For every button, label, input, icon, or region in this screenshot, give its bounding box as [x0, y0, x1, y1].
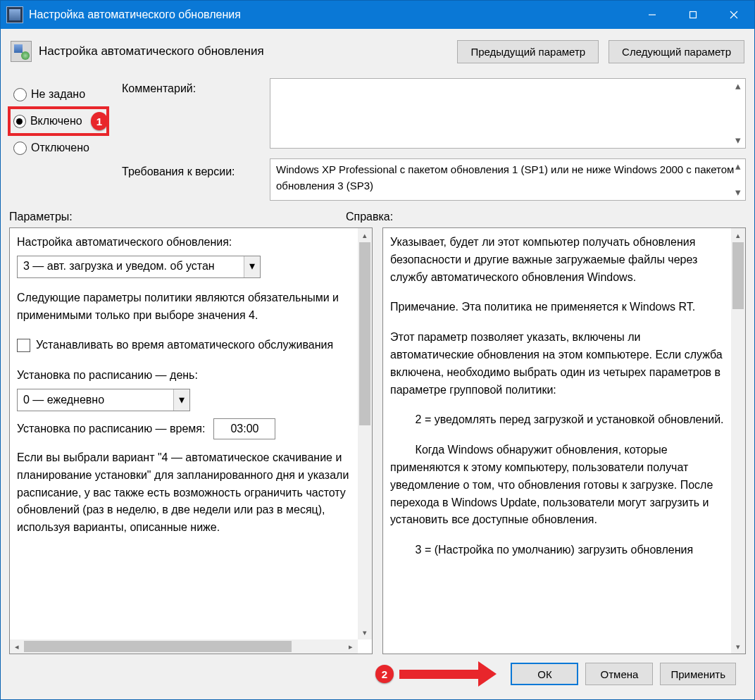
title-bar[interactable]: Настройка автоматического обновления [1, 1, 754, 29]
radio-label: Отключено [31, 142, 89, 154]
options-label: Параметры: [9, 211, 346, 223]
comment-label: Комментарий: [122, 82, 270, 95]
ok-button[interactable]: ОК [511, 663, 578, 685]
scrollbar-thumb[interactable] [359, 242, 370, 425]
update-mode-label: Настройка автоматического обновления: [17, 234, 351, 251]
schedule-day-label: Установка по расписанию — день: [17, 367, 351, 385]
annotation-badge-1: 1 [91, 112, 108, 130]
radio-label: Включено [30, 115, 82, 127]
options-note: Следующие параметры политики являются об… [17, 289, 351, 325]
window-title: Настройка автоматического обновления [29, 8, 632, 21]
header-row: Настройка автоматического обновления Пре… [1, 29, 754, 74]
state-radio-group: Не задано Включено 1 Отключено [9, 78, 122, 201]
gpedit-dialog: Настройка автоматического обновления Нас… [0, 0, 755, 700]
time-value: 03:00 [230, 420, 258, 438]
help-pane: Указывает, будет ли этот компьютер получ… [382, 227, 746, 654]
svg-rect-0 [690, 12, 697, 18]
help-text: Указывает, будет ли этот компьютер получ… [390, 234, 724, 286]
apply-button[interactable]: Применить [660, 663, 736, 685]
radio-icon [13, 142, 27, 155]
previous-setting-button[interactable]: Предыдущий параметр [457, 40, 599, 63]
scroll-up-icon[interactable]: ▴ [731, 160, 744, 173]
next-setting-button[interactable]: Следующий параметр [609, 40, 744, 63]
schedule-time-field[interactable]: 03:00 [213, 418, 275, 439]
options-pane: Настройка автоматического обновления: 3 … [9, 227, 373, 654]
help-text: 3 = (Настройка по умолчанию) загрузить о… [390, 542, 724, 559]
help-text: Этот параметр позволяет указать, включен… [390, 329, 724, 399]
policy-icon [11, 41, 32, 62]
supported-on-box: Windows XP Professional с пакетом обновл… [270, 158, 746, 201]
radio-icon [13, 88, 27, 101]
supported-label: Требования к версии: [122, 165, 270, 178]
update-mode-combobox[interactable]: 3 — авт. загрузка и уведом. об устан ▾ [17, 256, 261, 278]
radio-icon [13, 115, 26, 128]
scrollbar-thumb[interactable] [24, 641, 292, 652]
combobox-value: 0 — ежедневно [23, 392, 104, 409]
app-icon [6, 6, 23, 23]
schedule-time-label: Установка по расписанию — время: [17, 420, 205, 438]
annotation-arrow: 2 [375, 661, 497, 687]
help-text: 2 = уведомлять перед загрузкой и установ… [390, 411, 724, 429]
chevron-down-icon: ▾ [173, 389, 189, 411]
minimize-button[interactable] [632, 1, 673, 29]
maximize-button[interactable] [673, 1, 713, 29]
scroll-up-icon[interactable]: ▴ [731, 228, 745, 242]
scroll-down-icon[interactable]: ▾ [358, 625, 372, 639]
scroll-left-icon[interactable]: ◂ [10, 639, 24, 654]
schedule-day-combobox[interactable]: 0 — ежедневно ▾ [17, 389, 190, 411]
dialog-footer: 2 ОК Отмена Применить [9, 654, 746, 694]
cancel-button[interactable]: Отмена [585, 663, 653, 685]
radio-enabled[interactable]: Включено 1 [9, 108, 108, 135]
scrollbar-thumb[interactable] [732, 242, 744, 309]
vertical-scrollbar[interactable]: ▴ ▾ [731, 228, 745, 654]
checkbox-icon [17, 339, 30, 352]
chevron-down-icon: ▾ [244, 256, 260, 277]
annotation-badge-2: 2 [375, 665, 394, 683]
help-text: Примечание. Эта политика не применяется … [390, 299, 724, 316]
scroll-down-icon[interactable]: ▾ [731, 186, 744, 199]
help-label: Справка: [346, 211, 393, 223]
scroll-up-icon[interactable]: ▴ [358, 228, 372, 242]
radio-disabled[interactable]: Отключено [9, 135, 122, 161]
supported-text: Windows XP Professional с пакетом обновл… [276, 163, 734, 192]
help-text: Когда Windows обнаружит обновления, кото… [390, 442, 724, 529]
radio-not-configured[interactable]: Не задано [9, 81, 122, 108]
maintenance-checkbox-row[interactable]: Устанавливать во время автоматического о… [17, 337, 351, 354]
policy-title: Настройка автоматического обновления [39, 44, 447, 58]
scroll-down-icon[interactable]: ▾ [731, 134, 744, 147]
options-note-2: Если вы выбрали вариант "4 — автоматичес… [17, 449, 351, 537]
checkbox-label: Устанавливать во время автоматического о… [36, 337, 333, 354]
scroll-right-icon[interactable]: ▸ [344, 639, 358, 654]
close-button[interactable] [713, 1, 754, 29]
comment-textarea[interactable]: ▴ ▾ [270, 78, 746, 149]
scroll-up-icon[interactable]: ▴ [731, 80, 744, 93]
scroll-down-icon[interactable]: ▾ [731, 639, 745, 654]
radio-label: Не задано [31, 88, 85, 101]
combobox-value: 3 — авт. загрузка и уведом. об устан [23, 258, 215, 275]
vertical-scrollbar[interactable]: ▴ ▾ [358, 228, 372, 639]
horizontal-scrollbar[interactable]: ◂ ▸ [10, 639, 358, 654]
